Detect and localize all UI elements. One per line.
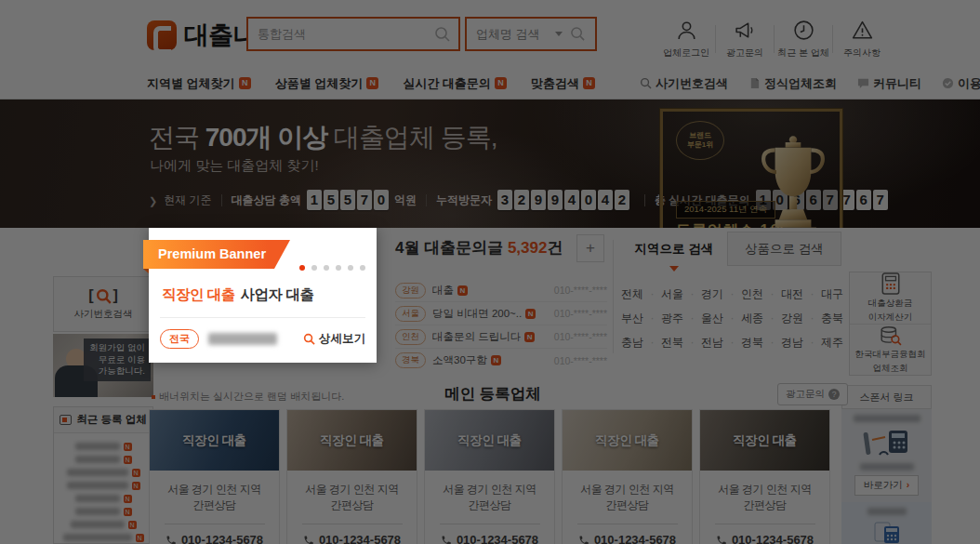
- premium-ribbon: Premium Banner: [143, 240, 290, 269]
- premium-banner-panel[interactable]: Premium Banner 직장인 대출사업자 대출 전국 상세보기: [149, 228, 377, 363]
- divider: [160, 317, 365, 318]
- carousel-dot-active[interactable]: [299, 265, 305, 271]
- premium-title: 직장인 대출사업자 대출: [162, 285, 314, 305]
- carousel-dot[interactable]: [360, 265, 365, 271]
- ribbon-fold: [143, 269, 149, 273]
- carousel-dot[interactable]: [336, 265, 341, 271]
- carousel-dots: [299, 265, 365, 271]
- carousel-dot[interactable]: [324, 265, 329, 271]
- detail-link[interactable]: 상세보기: [303, 331, 365, 347]
- premium-company-blurred: [208, 333, 277, 345]
- search-icon: [303, 333, 315, 345]
- carousel-dot[interactable]: [311, 265, 317, 271]
- carousel-dot[interactable]: [348, 265, 353, 271]
- page: 대출나라 업체명 검색 업체로그인 광고문의 최근 본 업체: [0, 0, 980, 544]
- region-badge: 전국: [160, 329, 199, 349]
